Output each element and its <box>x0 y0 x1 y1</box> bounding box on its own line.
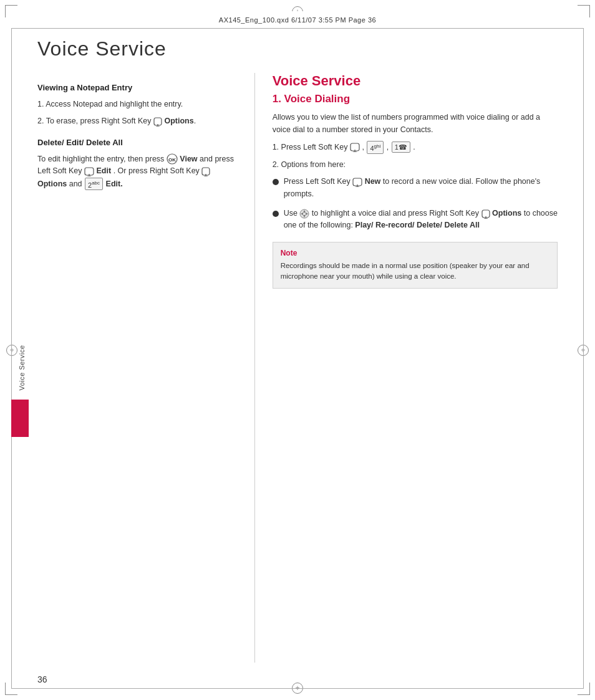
rsk-icon-item2 <box>153 117 162 127</box>
rc-step1: 1. Press Left Soft Key , 4ghi , 1☎ . <box>273 141 558 154</box>
item2-options: Options <box>164 117 193 125</box>
lsk-icon-new <box>352 177 362 187</box>
nav-icon <box>299 209 309 219</box>
side-tab-bar <box>11 400 29 437</box>
main-content: Voice Service Voice Service Viewing a No… <box>31 37 564 663</box>
header-text: AX145_Eng_100.qxd 6/11/07 3:55 PM Page 3… <box>19 16 576 24</box>
ok-icon: OK <box>167 153 178 165</box>
edit-label2: Edit. <box>106 179 123 188</box>
note-box: Note Recordings should be made in a norm… <box>273 242 558 289</box>
header-bar: AX145_Eng_100.qxd 6/11/07 3:55 PM Page 3… <box>11 11 584 29</box>
rsk-icon-options3 <box>481 209 490 219</box>
options-label3: Options <box>492 209 521 218</box>
key-1: 1☎ <box>392 141 410 153</box>
step2-label: Options from here: <box>281 160 346 169</box>
bullet-list: Press Left Soft Key New to record a new … <box>273 176 558 232</box>
item2-number: 2. To erase, press Right Soft Key <box>37 117 153 125</box>
key-2abc: 2abc <box>85 178 103 191</box>
item1-text: Access Notepad and highlight the entry. <box>46 100 183 108</box>
options-label2: Options <box>37 179 67 188</box>
bullet-text-2: Use to highlight a voice dial and press … <box>284 208 558 232</box>
right-column: Voice Service 1. Voice Dialing Allows yo… <box>255 73 564 663</box>
left-column: Voice Service Viewing a Notepad Entry 1.… <box>31 73 255 663</box>
view-label: View <box>180 155 197 163</box>
rsk-icon-options2 <box>201 166 210 176</box>
section1-heading: Viewing a Notepad Entry <box>37 83 242 92</box>
rc-intro: Allows you to view the list of numbers p… <box>273 112 558 136</box>
edit-label1: Edit <box>97 166 112 175</box>
rc-main-title: Voice Service <box>273 73 558 89</box>
bullet-item-2: Use to highlight a voice dial and press … <box>273 208 558 232</box>
bullet-item-1: Press Left Soft Key New to record a new … <box>273 176 558 200</box>
new-label: New <box>365 177 381 186</box>
section2-heading: Delete/ Edit/ Delete All <box>37 138 242 147</box>
left-item-2: 2. To erase, press Right Soft Key Option… <box>37 115 242 127</box>
rc-sub-title: 1. Voice Dialing <box>273 93 558 105</box>
step2-text: 2. <box>273 160 281 169</box>
side-tab-label: Voice Service <box>18 345 26 390</box>
bullet-dot-2 <box>273 211 279 217</box>
item1-number: 1. <box>37 100 46 108</box>
page-number: 36 <box>37 674 47 684</box>
lsk-icon-edit <box>84 166 94 176</box>
svg-text:OK: OK <box>168 157 176 163</box>
note-label: Note <box>281 249 549 257</box>
bullet-text-1: Press Left Soft Key New to record a new … <box>284 176 558 200</box>
page-title: Voice Service <box>31 37 564 60</box>
section2-body: To edit highlight the entry, then press … <box>37 153 242 190</box>
lsk-icon-step1 <box>350 142 360 152</box>
key-4ghi: 4ghi <box>367 141 384 154</box>
bullet-dot-1 <box>273 179 279 185</box>
note-text: Recordings should be made in a normal us… <box>281 261 549 282</box>
step1-text: 1. Press Left Soft Key <box>273 143 350 151</box>
columns-container: Voice Service Viewing a Notepad Entry 1.… <box>31 73 564 663</box>
rc-step2: 2. Options from here: <box>273 159 558 171</box>
left-item-1: 1. Access Notepad and highlight the entr… <box>37 98 242 110</box>
options-list: Play/ Re-record/ Delete/ Delete All <box>355 221 480 229</box>
